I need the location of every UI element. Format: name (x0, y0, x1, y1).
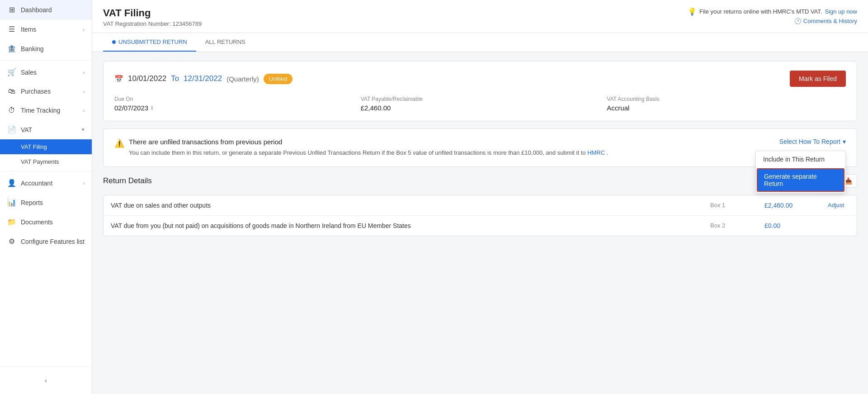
sidebar-item-label: VAT (21, 126, 32, 133)
notice-text: File your returns online with HMRC's MTD… (699, 8, 822, 15)
signup-link[interactable]: Sign up now (825, 8, 857, 15)
vat-payable-value: £2,460.00 (361, 104, 600, 112)
warning-left: ⚠️ There are unfiled transactions from p… (114, 138, 779, 157)
sidebar: ⊞ Dashboard ☰ Items › 🏦 Banking 🛒 Sales … (0, 0, 92, 394)
sidebar-item-label: Configure Features list (21, 238, 85, 245)
warning-description: You can include them in this return, or … (129, 148, 608, 157)
sidebar-item-label: Items (21, 26, 36, 33)
page-title: VAT Filing (103, 7, 202, 19)
row-amount: £0.00 (757, 216, 821, 236)
return-details-title: Return Details (103, 176, 152, 185)
comments-history-link[interactable]: 🕐 Comments & History (794, 18, 857, 24)
row-description: VAT due from you (but not paid) on acqui… (104, 216, 703, 236)
header-right: 💡 File your returns online with HMRC's M… (688, 7, 857, 24)
info-icon[interactable]: ℹ (151, 105, 153, 111)
warning-title: There are unfiled transactions from prev… (129, 138, 608, 146)
sidebar-item-time-tracking[interactable]: ⏱ Time Tracking › (0, 101, 92, 120)
sidebar-item-accountant[interactable]: 👤 Accountant › (0, 173, 92, 193)
sidebar-divider (0, 60, 92, 61)
return-card-header: 📅 10/01/2022 To 12/31/2022 (Quarterly) U… (114, 71, 846, 87)
sidebar-item-label: Reports (21, 199, 43, 206)
row-adjust-link[interactable]: Adjust (821, 195, 857, 215)
return-period: 📅 10/01/2022 To 12/31/2022 (Quarterly) U… (114, 74, 292, 84)
period-date-to: 12/31/2022 (184, 74, 222, 83)
period-date-from: 10/01/2022 (128, 74, 166, 83)
sidebar-item-label: Accountant (21, 180, 52, 187)
tabs-bar: UNSUBMITTED RETURN ALL RETURNS (92, 33, 868, 52)
time-tracking-icon: ⏱ (7, 106, 16, 114)
sidebar-item-label: Time Tracking (21, 107, 60, 114)
sidebar-item-vat[interactable]: 📄 VAT ▾ (0, 120, 92, 139)
return-details-section-header: Return Details 🖨 ▾ 📥 (103, 174, 857, 188)
collapse-icon: ‹ (45, 377, 47, 384)
sidebar-item-label: Banking (21, 45, 44, 52)
due-on-label: Due On (114, 96, 354, 102)
vat-basis-label: VAT Accounting Basis (607, 96, 846, 102)
header-title-group: VAT Filing VAT Registration Number: 1234… (103, 7, 202, 27)
mark-as-filed-button[interactable]: Mark as Filed (790, 71, 846, 87)
chevron-down-icon: ▾ (82, 127, 85, 133)
table-row: VAT due from you (but not paid) on acqui… (104, 216, 857, 236)
due-on-field: Due On 02/07/2023 ℹ (114, 96, 354, 112)
sales-icon: 🛒 (7, 68, 16, 76)
sidebar-item-label: Dashboard (21, 6, 52, 14)
unfiled-badge: Unfiled (264, 74, 292, 84)
sidebar-item-configure[interactable]: ⚙ Configure Features list (0, 232, 92, 251)
sidebar-item-documents[interactable]: 📁 Documents (0, 212, 92, 232)
due-on-value: 02/07/2023 ℹ (114, 104, 354, 112)
sidebar-subitem-label: VAT Filing (21, 143, 47, 150)
sidebar-item-purchases[interactable]: 🛍 Purchases › (0, 82, 92, 101)
reports-icon: 📊 (7, 198, 16, 207)
accountant-icon: 👤 (7, 179, 16, 187)
documents-icon: 📁 (7, 218, 16, 226)
tab-all-returns[interactable]: ALL RETURNS (196, 33, 255, 52)
calendar-icon: 📅 (114, 75, 123, 83)
sidebar-item-reports[interactable]: 📊 Reports (0, 193, 92, 212)
main-content: VAT Filing VAT Registration Number: 1234… (92, 0, 868, 394)
return-card: 📅 10/01/2022 To 12/31/2022 (Quarterly) U… (103, 61, 857, 121)
chevron-right-icon: › (83, 180, 85, 186)
sidebar-item-vat-filing[interactable]: VAT Filing (0, 139, 92, 154)
return-details-table: VAT due on sales and other outputs Box 1… (103, 195, 857, 236)
sidebar-subitem-label: VAT Payments (21, 158, 59, 165)
sidebar-item-sales[interactable]: 🛒 Sales › (0, 62, 92, 82)
vat-reg-number: VAT Registration Number: 123456789 (103, 20, 202, 27)
mtd-notice: 💡 File your returns online with HMRC's M… (688, 7, 857, 16)
sidebar-collapse-button[interactable]: ‹ (0, 372, 92, 389)
warning-content: There are unfiled transactions from prev… (129, 138, 608, 157)
items-icon: ☰ (7, 25, 16, 33)
sidebar-item-items[interactable]: ☰ Items › (0, 19, 92, 39)
hmrc-link[interactable]: HMRC (587, 149, 605, 156)
sidebar-item-banking[interactable]: 🏦 Banking (0, 39, 92, 58)
purchases-icon: 🛍 (7, 87, 16, 95)
warning-icon: ⚠️ (114, 138, 124, 148)
banking-icon: 🏦 (7, 44, 16, 53)
vat-icon: 📄 (7, 125, 16, 134)
sidebar-divider (0, 171, 92, 171)
row-adjust-empty (821, 219, 857, 232)
chevron-right-icon: › (83, 108, 85, 113)
tab-label: UNSUBMITTED RETURN (118, 38, 187, 45)
period-frequency: (Quarterly) (226, 75, 259, 83)
return-details-grid: Due On 02/07/2023 ℹ VAT Payable/Reclaima… (114, 96, 846, 112)
tab-unsubmitted-return[interactable]: UNSUBMITTED RETURN (103, 33, 196, 52)
dropdown-item-generate[interactable]: Generate separate Return (757, 168, 844, 192)
dashboard-icon: ⊞ (7, 5, 16, 14)
chevron-down-icon: ▾ (843, 138, 846, 145)
row-box: Box 2 (703, 216, 757, 235)
vat-payable-label: VAT Payable/Reclaimable (361, 96, 600, 102)
sidebar-item-dashboard[interactable]: ⊞ Dashboard (0, 0, 92, 19)
select-how-to-report-button[interactable]: Select How To Report ▾ (779, 138, 846, 145)
dropdown-item-include[interactable]: Include in This Return (756, 151, 845, 167)
vat-basis-field: VAT Accounting Basis Accrual (607, 96, 846, 112)
sidebar-item-vat-payments[interactable]: VAT Payments (0, 154, 92, 169)
table-row: VAT due on sales and other outputs Box 1… (104, 195, 857, 216)
page-header: VAT Filing VAT Registration Number: 1234… (92, 0, 868, 33)
warning-right: Select How To Report ▾ Include in This R… (779, 138, 846, 145)
content-area: 📅 10/01/2022 To 12/31/2022 (Quarterly) U… (92, 52, 868, 394)
chevron-right-icon: › (83, 89, 85, 94)
vat-payable-field: VAT Payable/Reclaimable £2,460.00 (361, 96, 600, 112)
sidebar-item-label: Documents (21, 218, 53, 226)
warning-header: ⚠️ There are unfiled transactions from p… (114, 138, 846, 157)
configure-icon: ⚙ (7, 237, 16, 246)
